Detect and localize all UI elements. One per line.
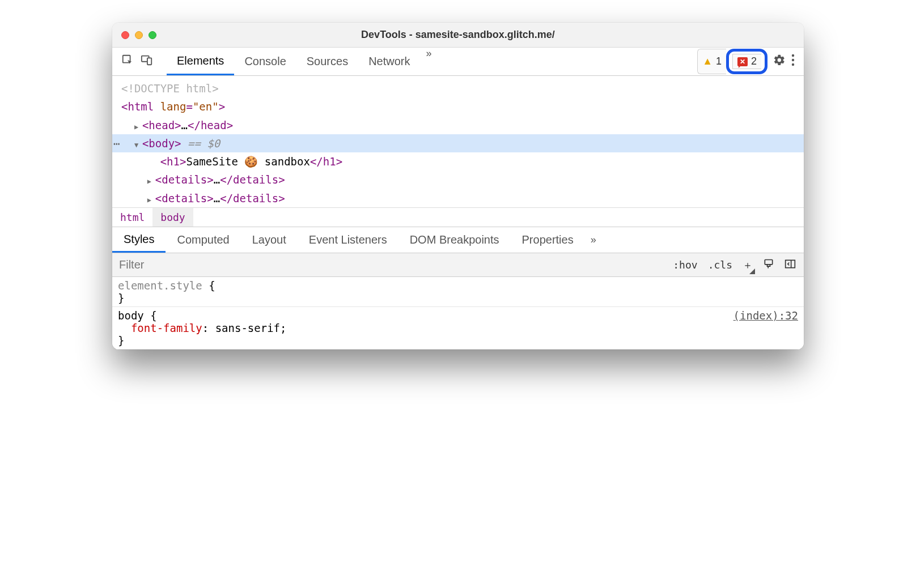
- source-link[interactable]: (index):32: [733, 309, 798, 322]
- dom-head[interactable]: ▶<head>…</head>: [121, 116, 804, 134]
- subtab-styles[interactable]: Styles: [112, 227, 166, 253]
- more-subtabs-icon[interactable]: »: [585, 234, 600, 246]
- settings-icon[interactable]: [773, 54, 786, 69]
- expand-icon[interactable]: ▶: [147, 176, 155, 187]
- collapse-icon[interactable]: ▼: [134, 139, 142, 151]
- main-toolbar: Elements Console Sources Network » ▲ 1 ✕…: [112, 48, 804, 76]
- tab-console[interactable]: Console: [234, 48, 296, 75]
- new-style-rule-icon[interactable]: ＋: [743, 258, 753, 272]
- warnings-count: 1: [716, 56, 722, 67]
- dom-doctype[interactable]: <!DOCTYPE html>: [121, 79, 804, 97]
- body-rule[interactable]: (index):32 body { font-family: sans-seri…: [112, 307, 804, 350]
- tab-sources[interactable]: Sources: [296, 48, 358, 75]
- paint-brush-icon[interactable]: [763, 258, 774, 272]
- cls-toggle[interactable]: .cls: [708, 259, 732, 271]
- more-tabs-icon[interactable]: »: [421, 48, 436, 75]
- devtools-window: DevTools - samesite-sandbox.glitch.me/ E…: [112, 23, 804, 350]
- styles-filter-row: :hov .cls ＋: [112, 253, 804, 277]
- subtab-event-listeners[interactable]: Event Listeners: [298, 227, 398, 253]
- crumb-body[interactable]: body: [152, 208, 193, 227]
- svg-point-3: [792, 54, 794, 57]
- window-title: DevTools - samesite-sandbox.glitch.me/: [112, 29, 804, 41]
- more-options-icon[interactable]: [791, 54, 795, 69]
- warnings-badge[interactable]: ▲ 1: [697, 49, 726, 74]
- toggle-computed-sidebar-icon[interactable]: [784, 258, 796, 272]
- tab-network[interactable]: Network: [358, 48, 420, 75]
- subtab-layout[interactable]: Layout: [241, 227, 298, 253]
- dom-details-2[interactable]: ▶<details>…</details>: [121, 189, 804, 207]
- expand-icon[interactable]: ▶: [147, 194, 155, 206]
- dom-h1[interactable]: <h1>SameSite 🍪 sandbox</h1>: [121, 152, 804, 171]
- issue-badges: ▲ 1 ✕ 2: [697, 49, 767, 74]
- svg-point-5: [792, 63, 794, 66]
- subtab-dom-breakpoints[interactable]: DOM Breakpoints: [398, 227, 511, 253]
- dom-details-1[interactable]: ▶<details>…</details>: [121, 171, 804, 189]
- tab-elements[interactable]: Elements: [167, 48, 234, 75]
- styles-pane: element.style { } (index):32 body { font…: [112, 277, 804, 350]
- breadcrumb: html body: [112, 207, 804, 227]
- styles-filter-input[interactable]: [112, 258, 665, 271]
- issues-count: 2: [751, 56, 757, 67]
- panel-tabs: Elements Console Sources Network »: [167, 48, 436, 75]
- crumb-html[interactable]: html: [112, 208, 152, 227]
- svg-point-4: [792, 59, 794, 61]
- dom-tree[interactable]: <!DOCTYPE html> <html lang="en"> ▶<head>…: [112, 76, 804, 207]
- dom-body-selected[interactable]: ▼<body> == $0: [112, 134, 804, 152]
- expand-icon[interactable]: ▶: [134, 121, 142, 133]
- issues-badge[interactable]: ✕ 2: [732, 54, 761, 69]
- cookie-emoji: 🍪: [244, 155, 258, 168]
- titlebar: DevTools - samesite-sandbox.glitch.me/: [112, 23, 804, 48]
- dom-html-open[interactable]: <html lang="en">: [121, 97, 804, 116]
- hov-toggle[interactable]: :hov: [673, 259, 697, 271]
- subtab-computed[interactable]: Computed: [166, 227, 240, 253]
- styles-subtabs: Styles Computed Layout Event Listeners D…: [112, 227, 804, 253]
- device-toolbar-icon[interactable]: [141, 54, 153, 69]
- issues-icon: ✕: [737, 57, 748, 66]
- subtab-properties[interactable]: Properties: [511, 227, 585, 253]
- warning-icon: ▲: [702, 56, 713, 67]
- svg-rect-7: [786, 260, 795, 267]
- svg-rect-6: [765, 259, 772, 264]
- issues-highlight-ring: ✕ 2: [726, 49, 767, 74]
- inspect-element-icon[interactable]: [121, 54, 134, 69]
- element-style-rule[interactable]: element.style { }: [112, 277, 804, 307]
- svg-rect-2: [147, 58, 151, 65]
